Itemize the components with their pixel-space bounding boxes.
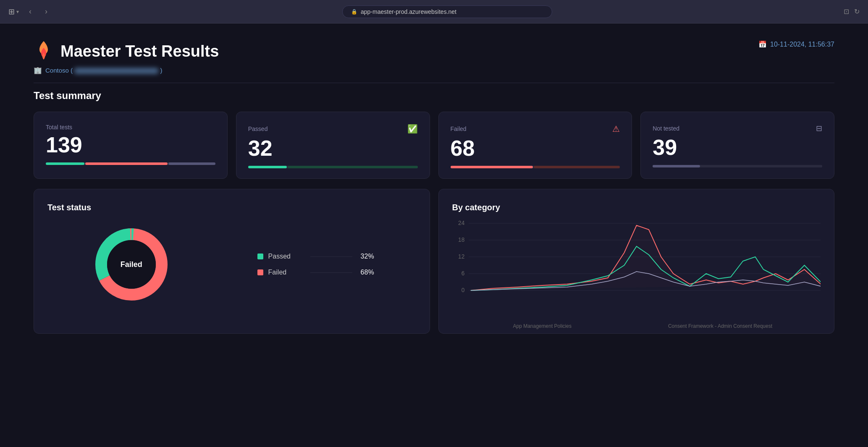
chart-area: 24 18 12 6 0 App Management Policies Con… — [452, 219, 821, 320]
bar-passed — [46, 162, 84, 165]
passed-card: Passed ✅ 32 — [236, 112, 430, 179]
browser-actions: ⊡ ↻ — [844, 8, 860, 16]
warning-icon: ⚠ — [612, 124, 620, 134]
page-header: Maester Test Results 📅 10-11-2024, 11:56… — [34, 40, 834, 62]
test-status-card: Test status Failed — [34, 189, 430, 334]
passed-legend-pct: 32% — [361, 253, 374, 260]
svg-text:12: 12 — [458, 253, 464, 260]
not-tested-value: 39 — [653, 136, 822, 158]
date-text: 10-11-2024, 11:56:37 — [770, 41, 834, 48]
donut-chart: Failed — [89, 222, 173, 306]
address-bar[interactable]: 🔒 app-maester-prod.azurewebsites.net — [342, 5, 552, 18]
browser-chrome: ⊞ ▾ ‹ › 🔒 app-maester-prod.azurewebsites… — [0, 0, 868, 24]
bar-passed-rest — [288, 166, 417, 168]
chart-legend: Passed 32% Failed 68% — [257, 253, 374, 276]
translate-icon[interactable]: ⊡ — [844, 8, 849, 16]
failed-value: 68 — [451, 137, 620, 159]
refresh-icon[interactable]: ↻ — [854, 8, 860, 16]
total-tests-card: Total tests 139 — [34, 112, 228, 179]
lock-icon: 🔒 — [351, 9, 357, 15]
bar-failed-fill — [451, 166, 533, 168]
back-button[interactable]: ‹ — [26, 5, 35, 18]
by-category-title: By category — [452, 203, 821, 212]
not-tested-bar — [653, 165, 822, 167]
failed-legend-label: Failed — [268, 269, 302, 276]
bar-not-tested-fill — [653, 165, 700, 167]
summary-cards: Total tests 139 Passed ✅ 32 Fai — [34, 112, 834, 179]
legend-failed: Failed 68% — [257, 269, 374, 276]
bar-not-tested — [168, 162, 215, 165]
legend-sep-1 — [310, 256, 352, 257]
failed-bar — [451, 166, 620, 168]
bar-not-tested-rest — [701, 165, 822, 167]
passed-value: 32 — [248, 137, 418, 159]
total-tests-value: 139 — [46, 134, 215, 156]
title-container: Maester Test Results — [34, 40, 219, 62]
calendar-icon: 📅 — [758, 40, 767, 48]
category-chart-svg: 24 18 12 6 0 — [452, 219, 821, 320]
bar-failed — [85, 162, 168, 165]
donut-section: Failed Passed 32% Failed 68% — [47, 222, 416, 306]
passed-legend-label: Passed — [268, 253, 302, 260]
not-tested-label: Not tested ⊟ — [653, 124, 822, 133]
page-title: Maester Test Results — [60, 42, 219, 60]
tenant-blur — [74, 68, 158, 74]
not-tested-card: Not tested ⊟ 39 — [640, 112, 834, 179]
date-badge: 📅 10-11-2024, 11:56:37 — [758, 40, 834, 48]
test-status-title: Test status — [47, 203, 416, 212]
passed-label: Passed ✅ — [248, 124, 418, 134]
failed-card: Failed ⚠ 68 — [438, 112, 632, 179]
sidebar-icon: ⊞ — [8, 7, 15, 16]
bar-passed-fill — [248, 166, 287, 168]
address-bar-container: 🔒 app-maester-prod.azurewebsites.net — [58, 5, 837, 18]
sidebar-toggle[interactable]: ⊞ ▾ — [8, 7, 19, 16]
failed-dot — [257, 269, 263, 275]
passed-bar — [248, 166, 418, 168]
tenant-icon: 🏢 — [34, 66, 42, 74]
svg-text:18: 18 — [458, 236, 464, 243]
flame-icon — [34, 40, 54, 62]
donut-center-label: Failed — [121, 260, 142, 269]
svg-text:0: 0 — [461, 287, 464, 293]
total-tests-label: Total tests — [46, 124, 215, 131]
main-content: Maester Test Results 📅 10-11-2024, 11:56… — [0, 24, 868, 447]
bottom-section: Test status Failed — [34, 189, 834, 334]
legend-passed: Passed 32% — [257, 253, 374, 260]
svg-text:6: 6 — [461, 270, 464, 277]
failed-line — [470, 225, 821, 290]
bar-failed-rest — [534, 166, 620, 168]
chart-x-labels: App Management Policies Consent Framewor… — [452, 323, 821, 329]
failed-legend-pct: 68% — [361, 269, 374, 276]
by-category-card: By category 24 18 12 6 0 — [438, 189, 835, 334]
tenant-text: Contoso ( ) — [45, 67, 162, 74]
section-title: Test summary — [34, 90, 834, 102]
passed-dot — [257, 254, 263, 259]
x-label-1: App Management Policies — [513, 323, 571, 329]
filter-icon: ⊟ — [816, 124, 822, 133]
failed-label: Failed ⚠ — [451, 124, 620, 134]
legend-sep-2 — [310, 272, 352, 273]
tenant-row: 🏢 Contoso ( ) — [34, 66, 834, 83]
total-tests-bar — [46, 162, 215, 165]
check-circle-icon: ✅ — [407, 124, 418, 134]
dropdown-arrow: ▾ — [16, 9, 19, 15]
url-text: app-maester-prod.azurewebsites.net — [361, 8, 456, 15]
svg-text:24: 24 — [458, 220, 464, 226]
x-label-2: Consent Framework - Admin Consent Reques… — [668, 323, 772, 329]
forward-button[interactable]: › — [42, 5, 51, 18]
